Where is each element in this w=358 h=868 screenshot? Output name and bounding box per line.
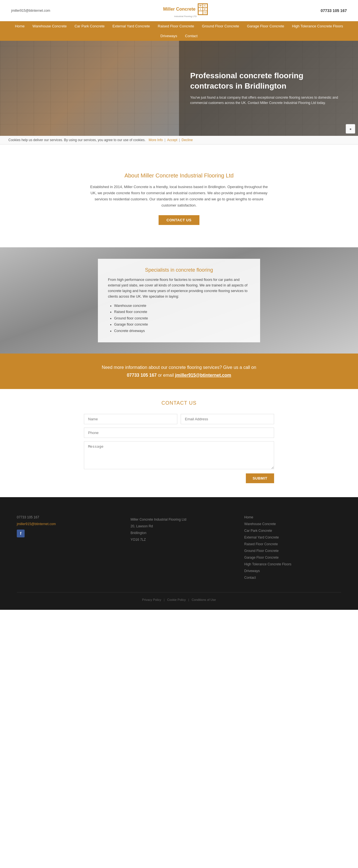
main-nav: Home Warehouse Concrete Car Park Concret…	[0, 21, 358, 41]
cookie-text: Cookies help us deliver our services. By…	[8, 138, 145, 142]
nav-ground[interactable]: Ground Floor Concrete	[198, 21, 243, 31]
logo-area: Miller Concrete M C I F LTD Industrial F…	[163, 3, 208, 18]
header-phone[interactable]: 07733 105 167	[321, 8, 347, 13]
cta-phone: 07733 105 167	[127, 373, 157, 377]
logo: Miller Concrete M C I F LTD	[163, 3, 208, 15]
logo-subtitle: Industrial Flooring LTD	[163, 15, 208, 18]
specialists-section: Specialists in concrete flooring From hi…	[0, 247, 358, 353]
footer-nav-list: Home Warehouse Concrete Car Park Concret…	[244, 514, 341, 581]
logo-name: Miller Concrete	[163, 7, 196, 12]
hero-section: Professional concrete flooring contracto…	[0, 41, 358, 136]
footer: 07733 105 167 jmiller915@btinternet.com …	[0, 497, 358, 610]
message-row	[84, 441, 274, 470]
nav-contact[interactable]: Contact	[181, 31, 202, 41]
footer-city: Bridlington	[130, 531, 147, 535]
logo-letter-i: I	[198, 7, 203, 11]
footer-main: 07733 105 167 jmiller915@btinternet.com …	[17, 514, 341, 581]
about-cta-button[interactable]: CONTACT US	[158, 215, 199, 225]
footer-sep-2: |	[188, 598, 189, 601]
nav-list: Home Warehouse Concrete Car Park Concret…	[0, 21, 358, 41]
footer-cookie-link[interactable]: Cookie Policy	[167, 598, 186, 601]
footer-nav-high-tolerance[interactable]: High Tolerance Concrete Floors	[244, 561, 341, 567]
contact-title: CONTACT US	[84, 400, 274, 406]
footer-address: Miller Concrete Industrial Flooring Ltd …	[130, 516, 228, 543]
footer-phone: 07733 105 167 jmiller915@btinternet.com	[17, 514, 114, 527]
cookie-decline[interactable]: Decline	[181, 138, 193, 142]
footer-company-name: Miller Concrete Industrial Flooring Ltd	[130, 518, 186, 522]
nav-carpark[interactable]: Car Park Concrete	[70, 21, 109, 31]
footer-nav-warehouse[interactable]: Warehouse Concrete	[244, 521, 341, 527]
phone-row	[84, 428, 274, 438]
nav-high-tolerance[interactable]: High Tolerance Concrete Floors	[288, 21, 347, 31]
logo-letter-c: C	[203, 4, 207, 7]
logo-box: M C I F LTD	[198, 3, 208, 15]
specialists-box: Specialists in concrete flooring From hi…	[98, 259, 260, 343]
contact-name-email-row	[84, 414, 274, 424]
about-section: About Miller Concrete Industrial Floorin…	[0, 145, 358, 247]
nav-garage[interactable]: Garage Floor Concrete	[243, 21, 288, 31]
list-item: Ground floor concrete	[114, 315, 250, 322]
cookie-sep-1: |	[165, 138, 165, 142]
cta-text: Need more information about our concrete…	[6, 364, 352, 379]
about-description: Established in 2014, Miller Concrete is …	[87, 184, 271, 209]
footer-contact-col: 07733 105 167 jmiller915@btinternet.com …	[17, 514, 114, 581]
footer-nav-garage[interactable]: Garage Floor Concrete	[244, 554, 341, 561]
cookie-more-info[interactable]: More Info	[149, 138, 163, 142]
cta-banner: Need more information about our concrete…	[0, 353, 358, 389]
footer-street: 20, Lawson Rd	[130, 524, 153, 528]
list-item: Warehouse concrete	[114, 303, 250, 309]
nav-home[interactable]: Home	[11, 21, 29, 31]
hero-overlay: Professional concrete flooring contracto…	[179, 41, 358, 136]
list-item: Concrete driveways	[114, 328, 250, 334]
name-input[interactable]	[84, 414, 177, 424]
email-input[interactable]	[181, 414, 274, 424]
submit-button[interactable]: SUBMIT	[246, 473, 274, 483]
footer-privacy-link[interactable]: Privacy Policy	[142, 598, 161, 601]
phone-input[interactable]	[84, 428, 274, 438]
footer-nav-raised[interactable]: Raised Floor Concrete	[244, 541, 341, 548]
footer-facebook-link[interactable]: f	[17, 530, 25, 537]
footer-nav-home[interactable]: Home	[244, 514, 341, 521]
specialists-description: From high performance concrete floors fo…	[108, 277, 250, 299]
footer-postcode: YO16 7LZ	[130, 538, 146, 541]
list-item: Garage floor concrete	[114, 321, 250, 328]
message-input[interactable]	[84, 441, 274, 469]
nav-raised[interactable]: Raised Floor Concrete	[154, 21, 198, 31]
header-email[interactable]: jmiller915@btinternet.com	[11, 9, 50, 12]
recaptcha-icon: ■	[350, 127, 351, 130]
nav-driveways[interactable]: Driveways	[157, 31, 181, 41]
top-header: jmiller915@btinternet.com Miller Concret…	[0, 0, 358, 21]
recaptcha-badge: ■	[346, 124, 355, 133]
cookie-bar: Cookies help us deliver our services. By…	[0, 136, 358, 145]
email-field-wrapper	[181, 414, 274, 424]
cta-email-link[interactable]: jmiller915@btinternet.com	[175, 373, 231, 377]
footer-sep-1: |	[164, 598, 165, 601]
logo-letter-m: M	[198, 4, 203, 7]
footer-nav-col: Home Warehouse Concrete Car Park Concret…	[244, 514, 341, 581]
about-inner: About Miller Concrete Industrial Floorin…	[81, 158, 277, 236]
submit-row: SUBMIT	[84, 473, 274, 483]
specialists-list: Warehouse concrete Raised floor concrete…	[108, 303, 250, 334]
logo-letter-ltd: LTD	[203, 11, 207, 14]
specialists-title: Specialists in concrete flooring	[108, 267, 250, 273]
hero-title: Professional concrete flooring contracto…	[190, 71, 347, 91]
footer-nav-ground[interactable]: Ground Floor Concrete	[244, 548, 341, 554]
footer-nav-contact[interactable]: Contact	[244, 574, 341, 581]
cookie-accept[interactable]: Accept	[167, 138, 177, 142]
logo-letter-f: F	[203, 7, 207, 11]
footer-nav-external[interactable]: External Yard Concrete	[244, 534, 341, 541]
hero-description: You've just found a local company that o…	[190, 95, 347, 105]
footer-email-link[interactable]: jmiller915@btinternet.com	[17, 522, 56, 526]
nav-external[interactable]: External Yard Concrete	[109, 21, 154, 31]
name-field-wrapper	[84, 414, 177, 424]
about-title: About Miller Concrete Industrial Floorin…	[87, 173, 271, 179]
footer-nav-carpark[interactable]: Car Park Concrete	[244, 527, 341, 534]
footer-address-col: Miller Concrete Industrial Flooring Ltd …	[130, 514, 228, 581]
footer-bottom: Privacy Policy | Cookie Policy | Conditi…	[17, 592, 341, 601]
footer-nav-driveways[interactable]: Driveways	[244, 567, 341, 574]
list-item: Raised floor concrete	[114, 309, 250, 315]
nav-warehouse[interactable]: Warehouse Concrete	[29, 21, 70, 31]
cookie-sep-2: |	[179, 138, 180, 142]
footer-conditions-link[interactable]: Conditions of Use	[191, 598, 216, 601]
logo-letter-blank	[198, 11, 203, 14]
